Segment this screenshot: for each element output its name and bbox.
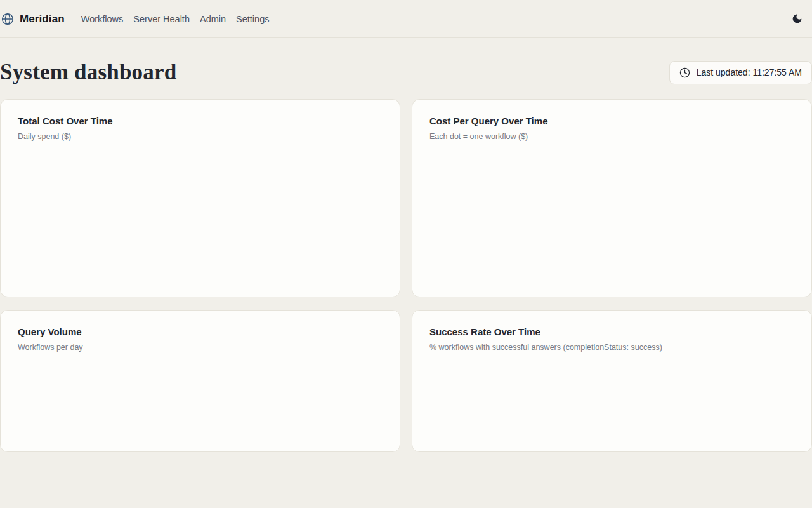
main-content: System dashboard Last updated: 11:27:55 … — [0, 60, 812, 452]
nav-links: Workflows Server Health Admin Settings — [81, 11, 270, 27]
cost-per-query-chart-area — [429, 141, 794, 297]
card-title: Total Cost Over Time — [18, 116, 383, 126]
last-updated-text: Last updated: 11:27:55 AM — [697, 67, 802, 77]
card-title: Query Volume — [18, 326, 383, 337]
card-success-rate: Success Rate Over Time % workflows with … — [412, 310, 812, 452]
card-subtitle: % workflows with successful answers (com… — [429, 343, 794, 352]
query-volume-chart-area — [18, 352, 383, 452]
dashboard-cards-grid: Total Cost Over Time Daily spend ($) Cos… — [0, 99, 812, 452]
page-title: System dashboard — [0, 60, 176, 85]
card-cost-per-query: Cost Per Query Over Time Each dot = one … — [412, 99, 812, 297]
card-subtitle: Daily spend ($) — [18, 132, 383, 141]
moon-icon — [792, 13, 802, 24]
card-title: Cost Per Query Over Time — [429, 116, 794, 126]
nav-item-admin[interactable]: Admin — [200, 11, 226, 27]
page-header: System dashboard Last updated: 11:27:55 … — [0, 60, 812, 85]
brand-name[interactable]: Meridian — [20, 13, 65, 25]
total-cost-chart-area — [18, 141, 383, 297]
brand[interactable]: Meridian — [1, 13, 65, 25]
card-total-cost: Total Cost Over Time Daily spend ($) — [0, 99, 400, 297]
nav-item-settings[interactable]: Settings — [236, 11, 269, 27]
clock-icon — [679, 67, 690, 78]
success-rate-chart-area — [429, 352, 794, 452]
card-title: Success Rate Over Time — [429, 326, 794, 337]
globe-icon — [1, 13, 14, 25]
card-subtitle: Workflows per day — [18, 343, 383, 352]
card-subtitle: Each dot = one workflow ($) — [429, 132, 794, 141]
nav-item-server-health[interactable]: Server Health — [133, 11, 190, 27]
theme-toggle-button[interactable] — [788, 10, 806, 28]
top-navbar: Meridian Workflows Server Health Admin S… — [0, 0, 812, 38]
nav-item-workflows[interactable]: Workflows — [81, 11, 124, 27]
last-updated-badge: Last updated: 11:27:55 AM — [669, 61, 812, 84]
card-query-volume: Query Volume Workflows per day — [0, 310, 400, 452]
